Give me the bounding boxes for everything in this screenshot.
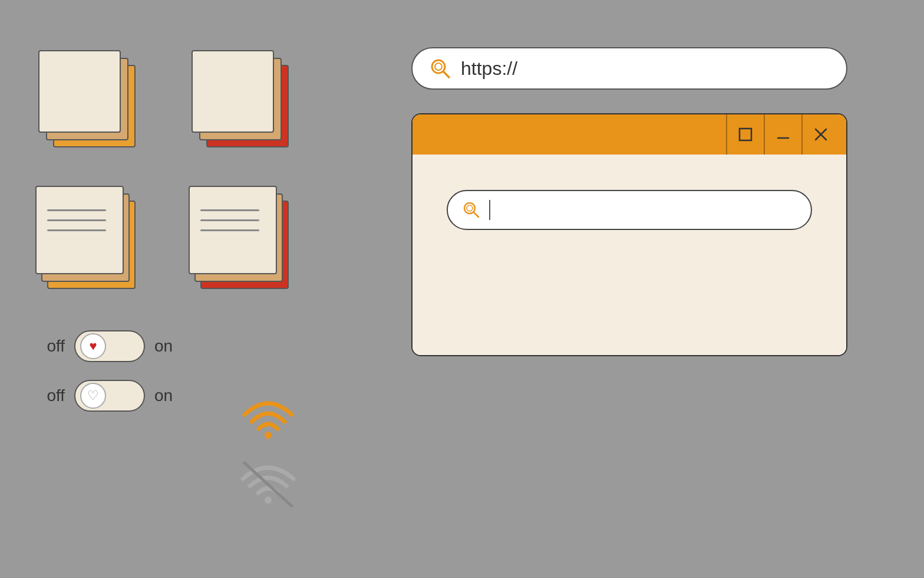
toggle2-knob: ♡ (80, 383, 106, 409)
note-layer-front-2 (192, 50, 274, 133)
note-line (200, 219, 259, 221)
toggle2-switch[interactable]: ♡ (74, 380, 145, 412)
note-line (47, 209, 106, 211)
toggle1-switch[interactable]: ♥ (74, 330, 145, 362)
main-container: off ♥ on off ♡ on (0, 0, 924, 578)
wifi-off-icon (236, 454, 301, 507)
left-panel: off ♥ on off ♡ on (35, 47, 318, 412)
search-bar-inner[interactable] (447, 190, 812, 230)
note-lines-4 (200, 209, 259, 231)
browser-window (411, 113, 847, 356)
minimize-icon (775, 126, 791, 143)
search-bar-top-text: https:// (461, 58, 517, 80)
svg-point-5 (435, 63, 442, 70)
maximize-icon (737, 126, 754, 143)
toggle2-on-label: on (154, 386, 178, 405)
search-icon-top (429, 57, 451, 80)
toggle-row-1: off ♥ on (35, 330, 318, 362)
svg-line-12 (474, 212, 478, 217)
browser-titlebar (412, 114, 846, 155)
svg-point-0 (265, 432, 272, 439)
toggle1-on-label: on (154, 337, 178, 356)
notes-grid (35, 47, 318, 295)
search-icon-inner (462, 201, 481, 219)
browser-body (412, 155, 846, 355)
note-stack-4 (189, 183, 301, 295)
note-line (200, 209, 259, 211)
svg-rect-6 (740, 129, 751, 140)
wifi-section (236, 389, 301, 507)
toggle2-off-label: off (35, 386, 65, 405)
toggle1-off-label: off (35, 337, 65, 356)
note-line (200, 229, 259, 231)
note-stack-1 (35, 47, 147, 159)
browser-maximize-button[interactable] (726, 114, 764, 155)
svg-point-1 (265, 497, 272, 504)
note-layer-front-1 (38, 50, 121, 133)
note-lines-3 (47, 209, 106, 231)
note-stack-3 (35, 183, 147, 295)
wifi-on-icon (236, 389, 301, 442)
text-cursor (489, 200, 490, 220)
svg-point-11 (467, 205, 473, 211)
svg-line-4 (443, 71, 449, 77)
note-line (47, 219, 106, 221)
browser-minimize-button[interactable] (764, 114, 801, 155)
note-stack-2 (189, 47, 301, 159)
toggle1-knob: ♥ (80, 333, 106, 359)
close-icon (813, 126, 829, 143)
browser-close-button[interactable] (801, 114, 839, 155)
heart-filled-icon: ♥ (89, 339, 97, 354)
heart-empty-icon: ♡ (87, 388, 99, 403)
right-panel: https:// (411, 47, 853, 356)
search-bar-top[interactable]: https:// (411, 47, 847, 90)
note-line (47, 229, 106, 231)
